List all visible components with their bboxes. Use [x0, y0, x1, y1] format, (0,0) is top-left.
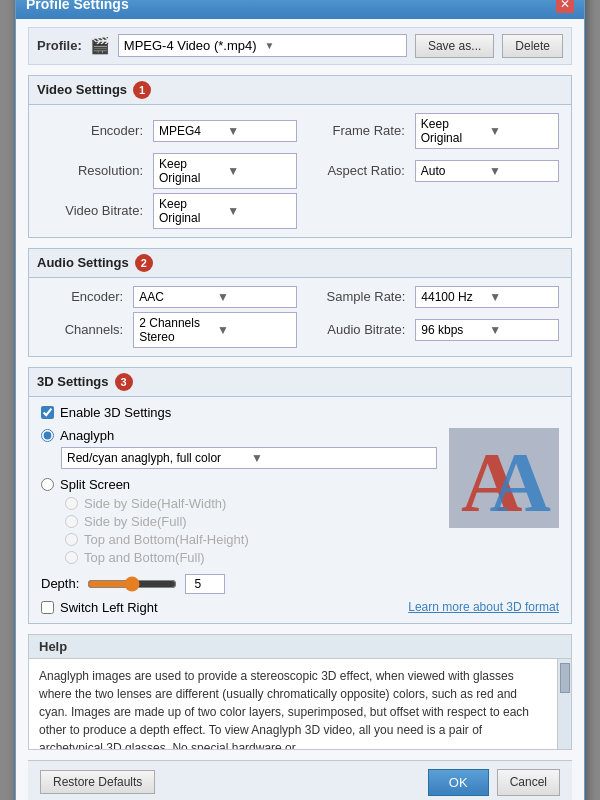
video-settings-grid: Encoder: MPEG4 ▼ Frame Rate: Keep Origin…: [41, 113, 559, 229]
side-full-radio[interactable]: [65, 515, 78, 528]
profile-label: Profile:: [37, 38, 82, 53]
profile-select[interactable]: MPEG-4 Video (*.mp4) ▼: [118, 34, 407, 57]
channels-label: Channels:: [41, 322, 127, 337]
delete-button[interactable]: Delete: [502, 34, 563, 58]
video-settings-section: Video Settings 1 Encoder: MPEG4 ▼ Frame …: [28, 75, 572, 238]
audio-settings-title: Audio Settings: [37, 255, 129, 270]
profile-value: MPEG-4 Video (*.mp4): [124, 38, 261, 53]
3d-settings-section: 3D Settings 3 Enable 3D Settings Anaglyp…: [28, 367, 572, 624]
sub-option-3: Top and Bottom(Half-Height): [65, 532, 437, 547]
resolution-arrow: ▼: [223, 164, 291, 178]
anaglyph-a-blue: A: [490, 433, 551, 528]
anaglyph-area: Anaglyph Red/cyan anaglyph, full color ▼…: [41, 428, 559, 568]
aspect-ratio-select[interactable]: Auto ▼: [415, 160, 559, 182]
anaglyph-label: Anaglyph: [60, 428, 114, 443]
dialog-window: Profile Settings ✕ Profile: 🎬 MPEG-4 Vid…: [15, 0, 585, 800]
side-half-width-radio[interactable]: [65, 497, 78, 510]
channels-arrow: ▼: [213, 323, 291, 337]
anaglyph-type-arrow: ▼: [247, 451, 431, 465]
sample-rate-select[interactable]: 44100 Hz ▼: [415, 286, 559, 308]
save-as-button[interactable]: Save as...: [415, 34, 494, 58]
aspect-ratio-arrow: ▼: [485, 164, 553, 178]
dialog-title: Profile Settings: [26, 0, 129, 12]
enable-3d-checkbox[interactable]: [41, 406, 54, 419]
enable-row: Enable 3D Settings: [41, 405, 559, 420]
3d-settings-content: Enable 3D Settings Anaglyph Red/cyan ana…: [29, 397, 571, 623]
switch-row: Switch Left Right Learn more about 3D fo…: [41, 600, 559, 615]
resolution-value: Keep Original: [159, 157, 223, 185]
anaglyph-type-value: Red/cyan anaglyph, full color: [67, 451, 247, 465]
profile-row: Profile: 🎬 MPEG-4 Video (*.mp4) ▼ Save a…: [28, 27, 572, 65]
anaglyph-type-select[interactable]: Red/cyan anaglyph, full color ▼: [61, 447, 437, 469]
video-bitrate-select[interactable]: Keep Original ▼: [153, 193, 297, 229]
help-content: Anaglyph images are used to provide a st…: [29, 659, 571, 749]
audio-bitrate-select[interactable]: 96 kbps ▼: [415, 319, 559, 341]
help-header: Help: [29, 635, 571, 659]
encoder-select[interactable]: MPEG4 ▼: [153, 120, 297, 142]
profile-icon: 🎬: [90, 36, 110, 55]
top-bottom-half-radio[interactable]: [65, 533, 78, 546]
3d-settings-header: 3D Settings 3: [29, 368, 571, 397]
audio-settings-badge: 2: [135, 254, 153, 272]
aspect-ratio-label: Aspect Ratio:: [303, 163, 409, 178]
resolution-select[interactable]: Keep Original ▼: [153, 153, 297, 189]
help-text: Anaglyph images are used to provide a st…: [29, 659, 557, 749]
restore-defaults-button[interactable]: Restore Defaults: [40, 770, 155, 794]
frame-rate-select[interactable]: Keep Original ▼: [415, 113, 559, 149]
learn-more-link[interactable]: Learn more about 3D format: [408, 600, 559, 614]
anaglyph-radio[interactable]: [41, 429, 54, 442]
audio-encoder-label: Encoder:: [41, 289, 127, 304]
audio-bitrate-arrow: ▼: [485, 323, 553, 337]
encoder-label: Encoder:: [41, 123, 147, 138]
frame-rate-value: Keep Original: [421, 117, 485, 145]
audio-encoder-arrow: ▼: [213, 290, 291, 304]
sub-option-4: Top and Bottom(Full): [65, 550, 437, 565]
audio-settings-header: Audio Settings 2: [29, 249, 571, 278]
audio-encoder-value: AAC: [139, 290, 213, 304]
sample-rate-label: Sample Rate:: [303, 289, 409, 304]
depth-slider[interactable]: [87, 576, 177, 592]
scroll-thumb[interactable]: [560, 663, 570, 693]
dialog-body: Profile: 🎬 MPEG-4 Video (*.mp4) ▼ Save a…: [16, 19, 584, 801]
video-settings-content: Encoder: MPEG4 ▼ Frame Rate: Keep Origin…: [29, 105, 571, 237]
aspect-ratio-value: Auto: [421, 164, 485, 178]
sub-option-2: Side by Side(Full): [65, 514, 437, 529]
3d-settings-title: 3D Settings: [37, 374, 109, 389]
depth-row: Depth:: [41, 574, 559, 594]
close-button[interactable]: ✕: [556, 0, 574, 13]
sample-rate-arrow: ▼: [485, 290, 553, 304]
top-bottom-full-radio[interactable]: [65, 551, 78, 564]
audio-settings-grid: Encoder: AAC ▼ Sample Rate: 44100 Hz ▼ C…: [41, 286, 559, 348]
encoder-value: MPEG4: [159, 124, 223, 138]
ok-button[interactable]: OK: [428, 769, 489, 796]
top-bottom-full-label: Top and Bottom(Full): [84, 550, 205, 565]
anaglyph-preview: A A: [449, 428, 559, 528]
resolution-label: Resolution:: [41, 163, 147, 178]
anaglyph-controls: Anaglyph Red/cyan anaglyph, full color ▼…: [41, 428, 437, 568]
audio-settings-section: Audio Settings 2 Encoder: AAC ▼ Sample R…: [28, 248, 572, 357]
channels-value: 2 Channels Stereo: [139, 316, 213, 344]
footer: Restore Defaults OK Cancel: [28, 760, 572, 801]
encoder-arrow: ▼: [223, 124, 291, 138]
cancel-button[interactable]: Cancel: [497, 769, 560, 796]
audio-encoder-select[interactable]: AAC ▼: [133, 286, 297, 308]
sub-option-1: Side by Side(Half-Width): [65, 496, 437, 511]
video-settings-badge: 1: [133, 81, 151, 99]
split-screen-radio[interactable]: [41, 478, 54, 491]
enable-3d-label: Enable 3D Settings: [60, 405, 171, 420]
title-bar: Profile Settings ✕: [16, 0, 584, 19]
split-screen-label: Split Screen: [60, 477, 130, 492]
frame-rate-label: Frame Rate:: [303, 123, 409, 138]
switch-left-right-label: Switch Left Right: [60, 600, 158, 615]
depth-spinbox[interactable]: [185, 574, 225, 594]
profile-dropdown-arrow: ▼: [260, 40, 401, 51]
depth-label: Depth:: [41, 576, 79, 591]
switch-left-right-checkbox[interactable]: [41, 601, 54, 614]
video-bitrate-value: Keep Original: [159, 197, 223, 225]
help-scrollbar[interactable]: [557, 659, 571, 749]
video-bitrate-arrow: ▼: [223, 204, 291, 218]
3d-settings-badge: 3: [115, 373, 133, 391]
channels-select[interactable]: 2 Channels Stereo ▼: [133, 312, 297, 348]
audio-bitrate-value: 96 kbps: [421, 323, 485, 337]
sample-rate-value: 44100 Hz: [421, 290, 485, 304]
